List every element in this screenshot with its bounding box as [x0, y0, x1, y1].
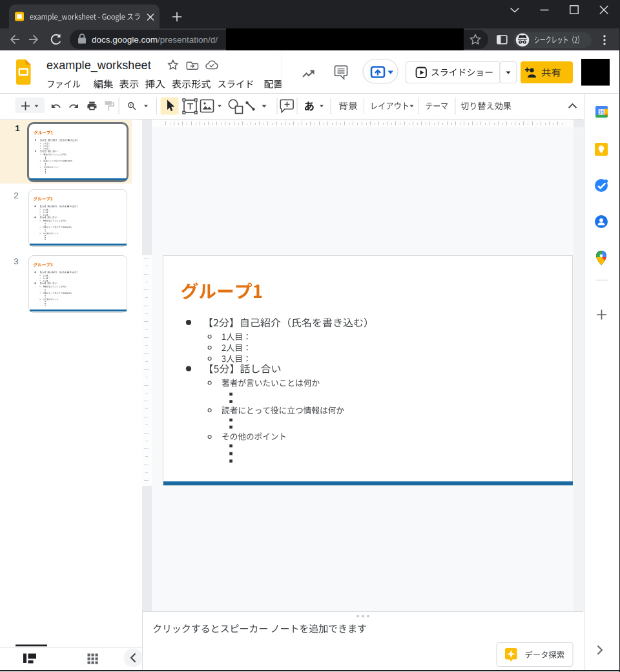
svg-text:31: 31 — [599, 110, 605, 116]
